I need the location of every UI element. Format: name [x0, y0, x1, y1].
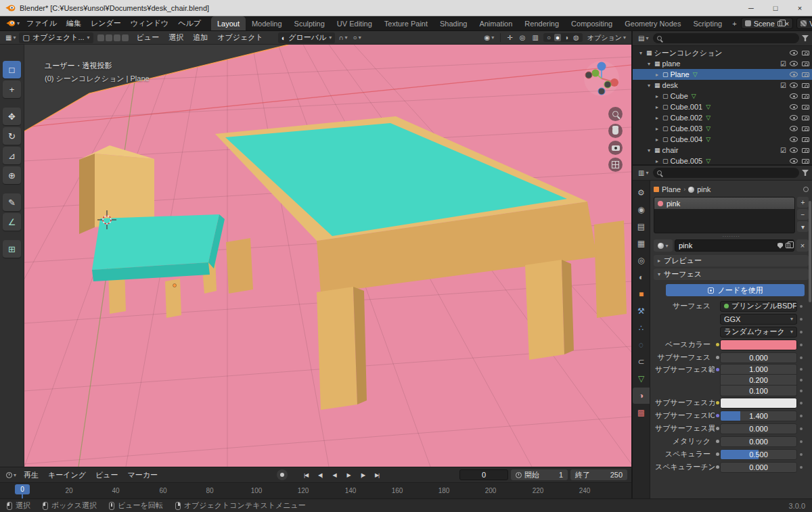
tool-tab[interactable]: ⚙: [633, 185, 650, 201]
gizmo-z-axis[interactable]: [597, 62, 606, 71]
hide-eye-toggle[interactable]: [790, 126, 798, 131]
edit-menu[interactable]: 編集: [62, 17, 86, 30]
tab-texture-paint[interactable]: Texture Paint: [378, 16, 434, 30]
filter-icon[interactable]: [802, 170, 809, 176]
collection-checkbox[interactable]: ☑: [779, 60, 788, 68]
disclosure-caret-icon[interactable]: ▸: [654, 115, 660, 121]
tab-shading[interactable]: Shading: [434, 16, 473, 30]
disclosure-caret-icon[interactable]: ▸: [654, 72, 660, 78]
3d-viewport[interactable]: □ + ✥ ↻ ⊿ ⊕ ✎ ∠ ⊞: [0, 45, 631, 467]
viewlayer-selector[interactable]: ViewLayer ×: [796, 18, 812, 29]
hide-eye-toggle[interactable]: [790, 83, 798, 88]
jump-start-button[interactable]: |◀: [300, 469, 312, 480]
view-layer-tab[interactable]: ▦: [633, 235, 650, 252]
tab-modeling[interactable]: Modeling: [246, 16, 288, 30]
list-resize-grip[interactable]: ∙∙∙∙∙∙∙∙: [654, 233, 809, 239]
play-reverse-button[interactable]: ◀: [328, 469, 340, 480]
projection-toggle-button[interactable]: [608, 158, 623, 172]
add-cube-tool[interactable]: ⊞: [3, 240, 21, 258]
minimize-button[interactable]: ─: [739, 0, 763, 16]
render-visibility-toggle[interactable]: [802, 62, 809, 66]
object-tab[interactable]: ■: [633, 286, 650, 302]
material-name-field[interactable]: pink: [675, 239, 794, 252]
gizmo-x-neg-axis[interactable]: [585, 72, 592, 78]
tab-geometry-nodes[interactable]: Geometry Nodes: [618, 16, 687, 30]
blender-menu-button[interactable]: ▾: [4, 19, 22, 28]
subsurface-slider[interactable]: 0.000: [720, 352, 797, 363]
specular-slider[interactable]: 0.500: [720, 449, 797, 460]
disclosure-caret-icon[interactable]: ▸: [654, 158, 660, 164]
timeline-editor-type-button[interactable]: ▾: [4, 471, 18, 479]
tab-sculpting[interactable]: Sculpting: [288, 16, 331, 30]
interaction-mode-selector[interactable]: ▢ オブジェクト... ▾: [19, 32, 93, 43]
disclosure-caret-icon[interactable]: ▸: [654, 137, 660, 143]
jump-end-button[interactable]: ▶|: [371, 469, 383, 480]
transform-tool[interactable]: ⊕: [3, 166, 21, 184]
render-tab[interactable]: ◉: [633, 202, 650, 218]
subsurface-method-dropdown[interactable]: ランダムウォーク ▾: [720, 327, 797, 338]
fake-user-shield-icon[interactable]: [777, 243, 783, 249]
material-tab[interactable]: ◑: [633, 388, 650, 404]
subsurface-radius-field[interactable]: 0.100: [720, 386, 797, 396]
editor-type-button[interactable]: ▦ ▾: [3, 33, 18, 42]
copy-material-icon[interactable]: [786, 243, 790, 248]
render-visibility-toggle[interactable]: [802, 94, 809, 99]
rotate-tool[interactable]: ↻: [3, 127, 21, 145]
play-button[interactable]: ▶: [342, 469, 355, 480]
zoom-button[interactable]: [608, 107, 623, 121]
snap-toggle[interactable]: ∩ ▾: [336, 33, 349, 42]
render-visibility-toggle[interactable]: [802, 51, 809, 55]
move-tool[interactable]: ✥: [3, 108, 21, 125]
frame-end-field[interactable]: 終了 250: [570, 469, 627, 480]
distribution-dropdown[interactable]: GGX ▾: [720, 314, 797, 325]
shading-solid-button[interactable]: ●: [554, 34, 561, 41]
hide-eye-toggle[interactable]: [790, 137, 798, 142]
prev-keyframe-button[interactable]: ◀|: [314, 469, 326, 480]
transform-orientation-selector[interactable]: ◐ グローバル ▾: [278, 32, 336, 43]
gizmo-x-axis[interactable]: [610, 78, 618, 87]
hide-eye-toggle[interactable]: [790, 115, 798, 120]
object-menu[interactable]: オブジェクト: [213, 32, 267, 43]
outliner-row[interactable]: ▸ ▢ Cube.002 ▽: [633, 112, 812, 123]
shading-wireframe-button[interactable]: ○: [545, 34, 552, 41]
shading-rendered-button[interactable]: ◍: [572, 34, 581, 41]
tab-scripting[interactable]: Scripting: [687, 16, 728, 30]
subsurface-anisotropy-slider[interactable]: 0.000: [720, 423, 797, 434]
material-slot-row[interactable]: pink: [654, 197, 794, 209]
subsurface-radius-field[interactable]: 1.000: [720, 364, 797, 375]
slot-specials-menu[interactable]: ▾: [797, 221, 809, 232]
mode-options-cluster[interactable]: [97, 34, 129, 41]
hide-eye-toggle[interactable]: [790, 147, 798, 153]
disclosure-caret-icon[interactable]: ▾: [637, 50, 644, 56]
properties-scrollbar[interactable]: [809, 201, 811, 302]
render-visibility-toggle[interactable]: [802, 126, 809, 131]
hide-eye-toggle[interactable]: [790, 158, 798, 164]
render-visibility-toggle[interactable]: [802, 159, 809, 164]
tab-compositing[interactable]: Compositing: [565, 16, 618, 30]
3d-viewport-canvas[interactable]: [24, 45, 631, 467]
gizmo-y-neg-axis[interactable]: [604, 81, 611, 88]
modifiers-tab[interactable]: ⚒: [633, 303, 650, 319]
shading-material-button[interactable]: ◑: [563, 34, 570, 41]
render-visibility-toggle[interactable]: [802, 72, 809, 77]
tab-rendering[interactable]: Rendering: [518, 16, 565, 30]
pan-button[interactable]: [608, 124, 623, 138]
outliner-row[interactable]: ▾ ▦ desk ☑: [633, 80, 812, 91]
window-menu[interactable]: ウィンドウ: [126, 17, 173, 30]
remove-slot-button[interactable]: −: [797, 209, 809, 220]
surface-section-header[interactable]: サーフェス: [654, 269, 809, 280]
render-visibility-toggle[interactable]: [802, 116, 809, 120]
disclosure-caret-icon[interactable]: ▾: [646, 61, 652, 67]
output-tab[interactable]: ▤: [633, 218, 650, 235]
preview-section-header[interactable]: プレビュー: [654, 255, 809, 266]
filter-icon[interactable]: [802, 35, 809, 41]
xray-toggle[interactable]: ▥: [530, 33, 540, 42]
outliner-row[interactable]: ▸ ▢ Cube.001 ▽: [633, 101, 812, 112]
outliner-row[interactable]: ▸ ▢ Cube ▽: [633, 91, 812, 101]
hide-eye-toggle[interactable]: [790, 72, 798, 77]
texture-tab[interactable]: ▩: [633, 404, 650, 421]
tab-layout[interactable]: Layout: [211, 16, 246, 30]
keying-menu[interactable]: キーイング: [44, 469, 90, 481]
tab-animation[interactable]: Animation: [473, 16, 518, 30]
render-menu[interactable]: レンダー: [86, 17, 126, 30]
